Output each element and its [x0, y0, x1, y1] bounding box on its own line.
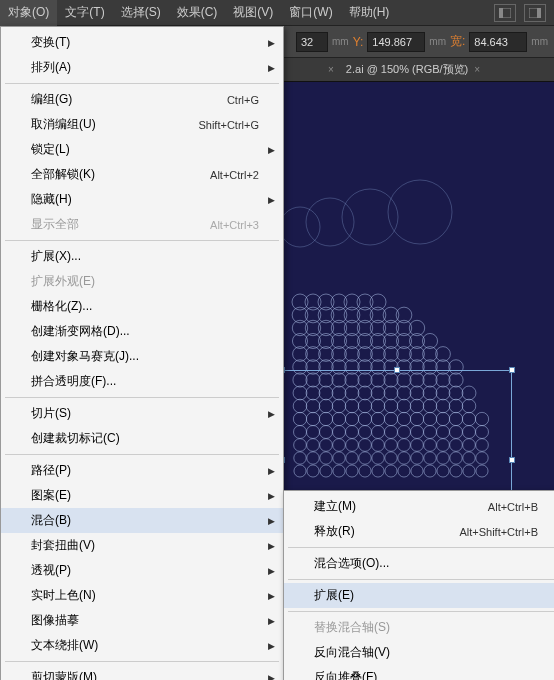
object-menu-item[interactable]: 剪切蒙版(M)▶ [1, 665, 283, 680]
blend-submenu-item: 替换混合轴(S) [284, 615, 554, 640]
menu-item-label: 锁定(L) [31, 141, 70, 158]
submenu-arrow-icon: ▶ [268, 491, 275, 501]
menu-item-label: 编组(G) [31, 91, 72, 108]
submenu-arrow-icon: ▶ [268, 63, 275, 73]
submenu-arrow-icon: ▶ [268, 673, 275, 681]
menu-item-shortcut: Alt+Ctrl+2 [210, 169, 259, 181]
object-menu-item[interactable]: 锁定(L)▶ [1, 137, 283, 162]
blend-submenu-item[interactable]: 反向混合轴(V) [284, 640, 554, 665]
object-menu-item[interactable]: 图像描摹▶ [1, 608, 283, 633]
object-menu-item[interactable]: 实时上色(N)▶ [1, 583, 283, 608]
menu-separator [5, 240, 279, 241]
submenu-arrow-icon: ▶ [268, 409, 275, 419]
tab-title: 2.ai @ 150% (RGB/预览) [346, 62, 468, 77]
menu-separator [288, 611, 554, 612]
menu-item-label: 创建渐变网格(D)... [31, 323, 130, 340]
menu-item-label: 扩展(E) [314, 587, 354, 604]
object-menu-item[interactable]: 变换(T)▶ [1, 30, 283, 55]
tab-close-icon[interactable]: × [474, 64, 480, 75]
menu-item-label: 图案(E) [31, 487, 71, 504]
menu-type[interactable]: 文字(T) [57, 0, 112, 26]
object-menu-item[interactable]: 取消编组(U)Shift+Ctrl+G [1, 112, 283, 137]
menu-item-label: 反向堆叠(F) [314, 669, 377, 680]
menubar: 对象(O) 文字(T) 选择(S) 效果(C) 视图(V) 窗口(W) 帮助(H… [0, 0, 554, 26]
menu-item-label: 实时上色(N) [31, 587, 96, 604]
menu-view[interactable]: 视图(V) [225, 0, 281, 26]
menu-item-shortcut: Ctrl+G [227, 94, 259, 106]
submenu-arrow-icon: ▶ [268, 641, 275, 651]
menu-separator [288, 579, 554, 580]
object-menu-item[interactable]: 编组(G)Ctrl+G [1, 87, 283, 112]
menu-item-shortcut: Alt+Ctrl+B [488, 501, 538, 513]
object-menu-item: 显示全部Alt+Ctrl+3 [1, 212, 283, 237]
submenu-arrow-icon: ▶ [268, 38, 275, 48]
menu-separator [5, 397, 279, 398]
unit-label: mm [531, 36, 548, 47]
object-menu-item[interactable]: 创建对象马赛克(J)... [1, 344, 283, 369]
x-input[interactable] [296, 32, 328, 52]
object-menu-item[interactable]: 混合(B)▶ [1, 508, 283, 533]
menu-item-label: 建立(M) [314, 498, 356, 515]
object-menu-item[interactable]: 图案(E)▶ [1, 483, 283, 508]
menu-object[interactable]: 对象(O) [0, 0, 57, 26]
svg-point-5 [306, 198, 354, 246]
object-menu-dropdown: 变换(T)▶排列(A)▶编组(G)Ctrl+G取消编组(U)Shift+Ctrl… [0, 26, 284, 680]
object-menu-item: 扩展外观(E) [1, 269, 283, 294]
object-menu-item[interactable]: 拼合透明度(F)... [1, 369, 283, 394]
menu-item-label: 创建对象马赛克(J)... [31, 348, 139, 365]
svg-point-6 [342, 189, 398, 245]
layout-icon-1[interactable] [494, 4, 516, 22]
width-input[interactable] [469, 32, 527, 52]
object-menu-item[interactable]: 排列(A)▶ [1, 55, 283, 80]
document-tab[interactable]: 2.ai @ 150% (RGB/预览) × [334, 59, 492, 80]
object-menu-item[interactable]: 创建渐变网格(D)... [1, 319, 283, 344]
object-menu-item[interactable]: 扩展(X)... [1, 244, 283, 269]
menubar-icons [494, 4, 554, 22]
object-menu-item[interactable]: 隐藏(H)▶ [1, 187, 283, 212]
menu-item-label: 释放(R) [314, 523, 355, 540]
object-menu-item[interactable]: 文本绕排(W)▶ [1, 633, 283, 658]
menu-separator [288, 547, 554, 548]
menu-item-label: 隐藏(H) [31, 191, 72, 208]
object-menu-item[interactable]: 路径(P)▶ [1, 458, 283, 483]
selection-handle[interactable] [509, 367, 515, 373]
object-menu-item[interactable]: 全部解锁(K)Alt+Ctrl+2 [1, 162, 283, 187]
blend-submenu-item[interactable]: 释放(R)Alt+Shift+Ctrl+B [284, 519, 554, 544]
menu-item-label: 拼合透明度(F)... [31, 373, 116, 390]
menu-item-label: 混合选项(O)... [314, 555, 389, 572]
selection-handle[interactable] [509, 457, 515, 463]
menu-separator [5, 661, 279, 662]
layout-icon-2[interactable] [524, 4, 546, 22]
menu-item-label: 取消编组(U) [31, 116, 96, 133]
menu-item-label: 全部解锁(K) [31, 166, 95, 183]
menu-item-label: 替换混合轴(S) [314, 619, 390, 636]
menu-item-label: 图像描摹 [31, 612, 79, 629]
object-menu-item[interactable]: 切片(S)▶ [1, 401, 283, 426]
blend-submenu-item[interactable]: 建立(M)Alt+Ctrl+B [284, 494, 554, 519]
menu-item-label: 反向混合轴(V) [314, 644, 390, 661]
object-menu-item[interactable]: 封套扭曲(V)▶ [1, 533, 283, 558]
menu-window[interactable]: 窗口(W) [281, 0, 340, 26]
unit-label: mm [332, 36, 349, 47]
submenu-arrow-icon: ▶ [268, 195, 275, 205]
menu-item-label: 扩展外观(E) [31, 273, 95, 290]
y-label: Y: [353, 35, 364, 49]
blend-submenu-item[interactable]: 混合选项(O)... [284, 551, 554, 576]
menu-item-label: 变换(T) [31, 34, 70, 51]
submenu-arrow-icon: ▶ [268, 566, 275, 576]
object-menu-item[interactable]: 创建裁切标记(C) [1, 426, 283, 451]
blend-submenu-item[interactable]: 扩展(E) [284, 583, 554, 608]
menu-select[interactable]: 选择(S) [113, 0, 169, 26]
menu-item-shortcut: Alt+Ctrl+3 [210, 219, 259, 231]
menu-effect[interactable]: 效果(C) [169, 0, 226, 26]
menu-item-label: 剪切蒙版(M) [31, 669, 97, 680]
menu-help[interactable]: 帮助(H) [341, 0, 398, 26]
object-menu-item[interactable]: 栅格化(Z)... [1, 294, 283, 319]
menu-item-label: 创建裁切标记(C) [31, 430, 120, 447]
y-input[interactable] [367, 32, 425, 52]
selection-handle[interactable] [394, 367, 400, 373]
blend-submenu-item[interactable]: 反向堆叠(F) [284, 665, 554, 680]
object-menu-item[interactable]: 透视(P)▶ [1, 558, 283, 583]
submenu-arrow-icon: ▶ [268, 466, 275, 476]
submenu-arrow-icon: ▶ [268, 591, 275, 601]
